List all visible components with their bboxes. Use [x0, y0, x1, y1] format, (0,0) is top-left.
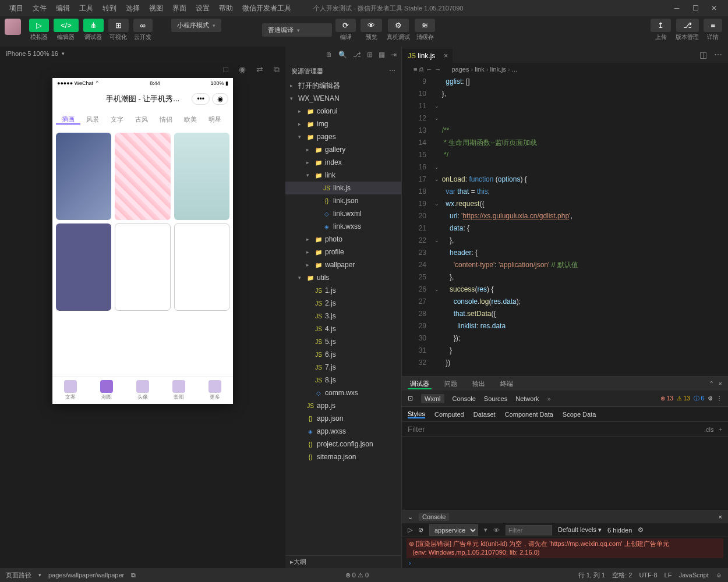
bookmark-icon[interactable]: ⎙ — [419, 66, 423, 73]
action-button[interactable]: ≋ — [415, 19, 435, 32]
tree-node[interactable]: {}sitemap.json — [285, 450, 401, 463]
toolbar-list-icon[interactable]: ≡ — [414, 66, 417, 73]
files-icon[interactable]: 🗎 — [326, 51, 333, 59]
devtool-tab[interactable]: Sources — [484, 395, 507, 402]
tree-node[interactable]: ▾📁pages — [285, 130, 401, 143]
outline-section[interactable]: ▸ 大纲 — [285, 555, 401, 568]
console-close-icon[interactable]: × — [719, 513, 722, 520]
tree-node[interactable]: JS4.js — [285, 322, 401, 335]
encoding[interactable]: UTF-8 — [639, 572, 657, 579]
devtool-tab[interactable]: Network — [515, 395, 539, 402]
debugger-tab[interactable]: 调试器 — [408, 378, 432, 389]
tree-node[interactable]: JS5.js — [285, 335, 401, 348]
tree-node[interactable]: JS6.js — [285, 348, 401, 361]
tree-node[interactable]: ▾📁link — [285, 169, 401, 182]
page-path-label[interactable]: 页面路径 — [6, 571, 31, 580]
devtool-tab[interactable]: Console — [453, 395, 476, 402]
nav-item[interactable]: 潮图 — [89, 377, 125, 404]
nav-back-icon[interactable]: ← — [426, 66, 432, 73]
menu-item[interactable]: 转到 — [98, 3, 121, 13]
toolbar-button[interactable]: ⊞ — [108, 19, 129, 32]
menu-item[interactable]: 设置 — [191, 3, 214, 13]
tree-node[interactable]: JS8.js — [285, 374, 401, 386]
tree-node[interactable]: ▸📁index — [285, 156, 401, 169]
console-clear-icon[interactable]: ⊘ — [418, 526, 423, 534]
breadcrumb[interactable]: ≡ ⎙ ← → pages › link › link.js › ... — [402, 63, 728, 76]
tree-node[interactable]: ◈link.wxss — [285, 220, 401, 233]
console-play-icon[interactable]: ▷ — [408, 526, 412, 534]
menu-item[interactable]: 帮助 — [214, 3, 238, 13]
settings-icon[interactable]: ⚙ — [708, 395, 713, 402]
close-panel-icon[interactable]: × — [719, 380, 722, 388]
feedback-icon[interactable]: ☺ — [716, 572, 722, 579]
tree-node[interactable]: {}app.json — [285, 412, 401, 425]
action-button[interactable]: ≡ — [704, 19, 722, 32]
toolbar-button[interactable]: ∞ — [133, 19, 153, 32]
capsule-menu[interactable]: ••• — [192, 93, 210, 105]
action-button[interactable]: ⎇ — [676, 19, 699, 32]
wallpaper-item[interactable] — [56, 223, 111, 311]
wallpaper-item[interactable] — [174, 223, 229, 311]
wallpaper-item[interactable] — [115, 133, 170, 220]
console-chevron-icon[interactable]: ⌄ — [408, 513, 413, 521]
tree-node[interactable]: JSapp.js — [285, 399, 401, 412]
eye-icon[interactable]: 👁 — [493, 527, 500, 534]
nav-fwd-icon[interactable]: → — [434, 66, 441, 73]
cursor-pos[interactable]: 行 1, 列 1 — [578, 571, 605, 580]
nav-item[interactable]: 文案 — [52, 377, 89, 404]
tree-node[interactable]: ◇link.wxml — [285, 207, 401, 220]
tree-node[interactable]: ▾📁utils — [285, 271, 401, 284]
tree-node[interactable]: JS3.js — [285, 310, 401, 322]
context-select[interactable]: appservice — [429, 524, 478, 536]
menu-item[interactable]: 项目 — [5, 3, 28, 13]
category-tab[interactable]: 欧美 — [178, 115, 203, 124]
tree-node[interactable]: ▸📁img — [285, 118, 401, 130]
tree-node[interactable]: ▸📁photo — [285, 233, 401, 246]
tree-node[interactable]: {}link.json — [285, 194, 401, 207]
inspect-icon[interactable]: ⊡ — [408, 395, 413, 402]
ext-icon[interactable]: ⇥ — [391, 51, 397, 59]
styles-filter-input[interactable] — [408, 425, 704, 434]
wallpaper-item[interactable] — [56, 133, 111, 220]
category-tab[interactable]: 文字 — [105, 115, 129, 124]
category-tab[interactable]: 情侣 — [154, 115, 178, 124]
more-icon[interactable]: ⋮ — [716, 395, 722, 402]
tree-node[interactable]: JSlink.js — [285, 182, 401, 194]
code-editor[interactable]: 91011⌄12⌄13141516⌄17⌄1819⌄202122⌄2324252… — [402, 76, 728, 376]
console-tab[interactable]: Console — [419, 513, 449, 521]
style-tab[interactable]: Scope Data — [563, 411, 596, 418]
tree-node[interactable]: ◇comm.wxs — [285, 386, 401, 399]
menu-item[interactable]: 工具 — [75, 3, 98, 13]
wallpaper-item[interactable] — [174, 133, 229, 220]
problems[interactable]: ⊗ 0 ⚠ 0 — [345, 572, 369, 579]
editor-tab[interactable]: JS link.js × — [402, 49, 453, 63]
chevron-icon[interactable]: ⌃ — [709, 380, 714, 388]
grid-icon[interactable]: ⊞ — [367, 51, 373, 59]
debugger-tab[interactable]: 问题 — [442, 378, 460, 389]
compile-mode-select[interactable]: 小程序模式 — [171, 19, 221, 32]
split-icon[interactable]: ◫ — [699, 50, 707, 59]
sim-tool-icon[interactable]: ⇄ — [256, 65, 263, 74]
minimize-button[interactable]: ─ — [667, 2, 686, 14]
toolbar-button[interactable]: ▷ — [29, 19, 49, 32]
tree-node[interactable]: JS1.js — [285, 284, 401, 297]
device-info[interactable]: iPhone 5 100% 16 — [6, 50, 58, 57]
menu-item[interactable]: 微信开发者工具 — [238, 3, 296, 13]
tree-node[interactable]: ▸📁gallery — [285, 143, 401, 156]
lang-mode[interactable]: JavaScript — [678, 572, 708, 579]
tree-node[interactable]: ▸打开的编辑器 — [285, 79, 401, 92]
tree-node[interactable]: JS7.js — [285, 361, 401, 374]
tree-node[interactable]: ▸📁colorui — [285, 105, 401, 118]
settings-icon[interactable]: ⚙ — [638, 526, 644, 534]
avatar[interactable] — [5, 19, 21, 35]
add-style-icon[interactable]: + — [719, 426, 722, 433]
tree-node[interactable]: ▸📁profile — [285, 246, 401, 258]
compile-type-select[interactable]: 普通编译 — [262, 23, 332, 37]
menu-item[interactable]: 界面 — [168, 3, 191, 13]
menu-item[interactable]: 编辑 — [51, 3, 75, 13]
nav-item[interactable]: 头像 — [125, 377, 161, 404]
category-tab[interactable]: 古风 — [129, 115, 154, 124]
category-tab[interactable]: 插画 — [56, 115, 80, 125]
tree-node[interactable]: ◈app.wxss — [285, 425, 401, 438]
indent[interactable]: 空格: 2 — [612, 571, 632, 580]
